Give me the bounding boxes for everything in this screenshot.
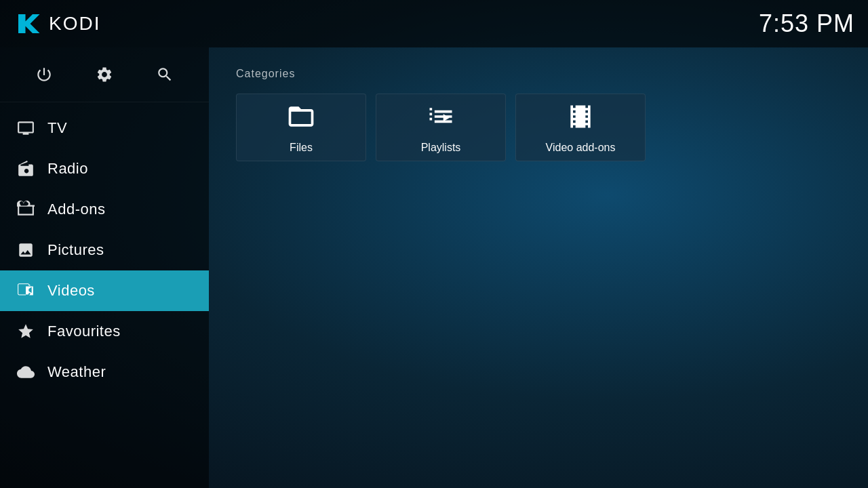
files-tile-label: Files	[290, 142, 313, 154]
sidebar-item-radio-label: Radio	[47, 160, 88, 178]
radio-icon	[16, 159, 35, 178]
power-button[interactable]	[29, 60, 59, 89]
kodi-logo-icon	[14, 9, 42, 38]
pictures-icon	[16, 241, 35, 260]
top-bar: KODI 7:53 PM	[0, 0, 868, 47]
sidebar-item-videos[interactable]: Videos	[0, 270, 209, 311]
sidebar-item-radio[interactable]: Radio	[0, 148, 209, 189]
sidebar-item-addons-label: Add-ons	[47, 201, 105, 218]
sidebar-item-weather-label: Weather	[47, 363, 106, 381]
app-container: KODI 7:53 PM	[0, 0, 868, 488]
sidebar-item-favourites[interactable]: Favourites	[0, 311, 209, 352]
search-icon	[156, 66, 174, 83]
content-area: Categories Files	[209, 47, 868, 488]
videos-icon	[16, 281, 35, 300]
sidebar-nav: TV Radio	[0, 102, 209, 488]
power-icon	[35, 66, 53, 83]
files-tile-icon	[286, 102, 316, 135]
sidebar-item-pictures-label: Pictures	[47, 241, 104, 259]
sidebar-item-videos-label: Videos	[47, 282, 95, 300]
sidebar-item-tv[interactable]: TV	[0, 108, 209, 148]
playlists-tile-icon	[426, 102, 456, 135]
settings-icon	[96, 66, 113, 83]
tv-icon	[16, 119, 35, 138]
logo-area: KODI	[14, 9, 100, 38]
settings-button[interactable]	[90, 60, 119, 89]
sidebar: TV Radio	[0, 47, 209, 488]
sidebar-item-pictures[interactable]: Pictures	[0, 230, 209, 270]
playlists-tile-label: Playlists	[421, 142, 461, 154]
sidebar-item-favourites-label: Favourites	[47, 323, 121, 340]
main-layout: TV Radio	[0, 47, 868, 488]
sidebar-item-weather[interactable]: Weather	[0, 352, 209, 392]
time-display: 7:53 PM	[759, 9, 854, 38]
category-tile-playlists[interactable]: Playlists	[376, 94, 506, 161]
categories-label: Categories	[236, 68, 841, 80]
weather-icon	[16, 363, 35, 382]
category-grid: Files Playlists	[236, 94, 841, 161]
app-name: KODI	[49, 13, 100, 35]
favourites-icon	[16, 322, 35, 341]
category-tile-files[interactable]: Files	[236, 94, 366, 161]
svg-marker-1	[18, 14, 40, 33]
sidebar-item-addons[interactable]: Add-ons	[0, 189, 209, 230]
sidebar-item-tv-label: TV	[47, 119, 67, 137]
sidebar-top-icons	[0, 47, 209, 102]
search-button[interactable]	[150, 60, 180, 89]
video-addons-tile-label: Video add-ons	[546, 142, 616, 154]
category-tile-video-addons[interactable]: Video add-ons	[515, 94, 646, 161]
video-addons-tile-icon	[566, 102, 595, 135]
addons-icon	[16, 200, 35, 219]
